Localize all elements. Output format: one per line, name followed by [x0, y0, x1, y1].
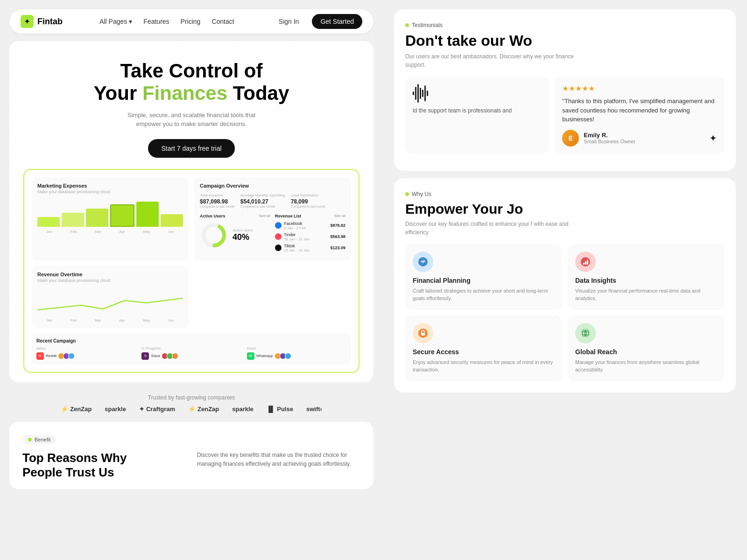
- testimonial-text: "Thanks to this platform, I've simplifie…: [562, 97, 717, 124]
- get-started-button[interactable]: Get Started: [312, 14, 362, 29]
- campaign-metrics: Total Expense $87,098.98 Compared to las…: [200, 193, 345, 208]
- feature-desc: Craft tailored strategies to achieve you…: [413, 287, 555, 302]
- nav-contact[interactable]: Contact: [211, 18, 234, 25]
- why-us-heading: Empower Your Jo: [405, 201, 725, 217]
- testimonial-truncated-text: ld the support team is professionals and: [413, 106, 542, 115]
- feature-desc: Visualize your financial performance rea…: [575, 287, 717, 302]
- testimonial-card-left: ld the support team is professionals and: [405, 77, 549, 154]
- logo-craftgram: ✦Craftgram: [139, 406, 175, 413]
- tiktok-icon: [275, 245, 282, 251]
- avg-monthly-metric: Average Monthly Spending $54,010.27 Comp…: [240, 193, 285, 208]
- financial-planning-icon: [413, 252, 433, 272]
- testimonials-row: ld the support team is professionals and…: [405, 77, 725, 160]
- bar-feb: [62, 213, 84, 227]
- feature-desc: Manage your finances from anywhere seaml…: [575, 358, 717, 374]
- hero-title: Take Control of Your Finances Today: [94, 60, 289, 105]
- logo-zenzap-1: ⚡ZenZap: [61, 406, 92, 413]
- sign-in-button[interactable]: Sign In: [271, 14, 307, 29]
- logo-sparkle-2: sparkle: [232, 406, 254, 413]
- slack-icon: S: [141, 352, 149, 360]
- recent-campaign-section: Recent Campaign Inbox R Reddit: [32, 334, 351, 364]
- badge-dot: [405, 23, 409, 27]
- testimonial-footer: E Emily R. Small Business Owner ✦: [562, 130, 717, 147]
- why-us-badge: Why Us: [405, 191, 431, 197]
- feature-secure-access: Secure Access Enjoy advanced security me…: [405, 315, 562, 381]
- nav-links: All Pages ▾ Features Pricing Contact: [99, 18, 234, 25]
- campaign-columns: Inbox R Reddit In Progress: [36, 346, 346, 360]
- feature-global-reach: Global Reach Manage your finances from a…: [568, 315, 725, 381]
- line-chart-labels: Jan Feb Mar Apr May Jun: [37, 318, 183, 322]
- bar-jun: [161, 214, 183, 227]
- marketing-title: Marketing Expenses: [37, 183, 183, 189]
- benefit-content: Top Reasons WhyPeople Trust Us Discover …: [22, 451, 360, 480]
- benefit-section: Benefit Top Reasons WhyPeople Trust Us D…: [9, 422, 374, 489]
- feature-financial-planning: Financial Planning Craft tailored strate…: [405, 244, 562, 310]
- data-insights-icon: [575, 252, 596, 272]
- lead-gen-metric: Lead Generation 78,099 Compared to last …: [291, 193, 326, 208]
- benefit-description: Discover the key benefits that make us t…: [197, 451, 360, 469]
- hero-section: Take Control of Your Finances Today Simp…: [9, 41, 374, 382]
- hero-title-green: Finances: [142, 82, 227, 104]
- inbox-avatars: [59, 353, 75, 359]
- donut-chart-container: Active users 40%: [200, 221, 270, 249]
- testimonials-subtext: Our users are our best ambassadors. Disc…: [405, 52, 583, 69]
- chevron-down-icon: ▾: [129, 18, 132, 25]
- testimonials-section: Testimonials Don't take our Wo Our users…: [394, 9, 736, 171]
- list-item: Facebook 8 Jan - 2 Feb $878.82: [275, 221, 345, 230]
- nav-pricing[interactable]: Pricing: [181, 18, 201, 25]
- why-us-subtext: Discover our key features crafted to enh…: [405, 220, 583, 237]
- facebook-icon: [275, 222, 282, 229]
- bar-jan: [37, 217, 60, 227]
- done-avatars: [276, 353, 291, 359]
- tinder-icon: [275, 233, 282, 240]
- testimonial-author: E Emily R. Small Business Owner: [562, 130, 635, 147]
- logo-zenzap-2: ⚡ZenZap: [188, 406, 219, 413]
- donut-chart: [200, 221, 228, 249]
- svg-rect-5: [585, 261, 586, 265]
- line-chart: [37, 291, 183, 315]
- nav-all-pages[interactable]: All Pages ▾: [99, 18, 132, 25]
- nav-features[interactable]: Features: [143, 18, 169, 25]
- navbar: ✦ Fintab All Pages ▾ Features Pricing Co…: [9, 9, 374, 34]
- testimonials-badge: Testimonials: [405, 22, 443, 28]
- revenue-list-widget: Revenue List See all Facebook 8 Jan - 2 …: [275, 214, 345, 255]
- reddit-icon: R: [36, 352, 44, 360]
- bar-chart: [37, 199, 183, 227]
- company-logos: ⚡ZenZap sparkle ✦Craftgram ⚡ZenZap spark…: [9, 406, 374, 413]
- feature-desc: Enjoy advanced security measures for pea…: [413, 358, 555, 374]
- spark-icon: ✦: [709, 133, 717, 144]
- hero-subtitle: Simple, secure, and scalable financial t…: [117, 111, 266, 129]
- total-expense-metric: Total Expense $87,098.98 Compared to las…: [200, 193, 235, 208]
- hero-title-black: Your: [94, 82, 142, 104]
- svg-rect-8: [421, 333, 425, 336]
- dashboard-preview: Marketing Expenses Make your database pr…: [23, 169, 359, 373]
- marketing-sub: Make your database provisioning cloud: [37, 189, 183, 194]
- logo-pulse: ▐▌Pulse: [267, 406, 293, 413]
- logo-sparkle-1: sparkle: [105, 406, 126, 413]
- revenue-overtime-section: Revenue Overtime Make your database prov…: [32, 266, 189, 328]
- logo[interactable]: ✦ Fintab: [21, 15, 63, 28]
- waveform-container: [413, 84, 542, 103]
- author-name: Emily R.: [584, 132, 635, 139]
- revenue-list: Facebook 8 Jan - 2 Feb $878.82: [275, 221, 345, 252]
- campaign-title: Campaign Overview: [200, 183, 345, 189]
- author-role: Small Business Owner: [584, 139, 635, 144]
- trusted-label: Trusted by fast-growing companies: [9, 394, 374, 401]
- logo-icon: ✦: [21, 15, 34, 28]
- active-users-widget: Active Users See all Active users 40%: [200, 214, 270, 255]
- feature-title: Global Reach: [575, 348, 717, 356]
- trusted-section: Trusted by fast-growing companies ⚡ZenZa…: [9, 390, 374, 414]
- svg-rect-4: [583, 263, 585, 265]
- left-panel: ✦ Fintab All Pages ▾ Features Pricing Co…: [0, 0, 383, 560]
- benefit-title-area: Top Reasons WhyPeople Trust Us: [22, 451, 186, 480]
- hero-cta-button[interactable]: Start 7 days free trial: [148, 139, 234, 158]
- list-item: Tinder 28 Jan - 31 Jan $563.98: [275, 232, 345, 241]
- why-us-section: Why Us Empower Your Jo Discover our key …: [394, 178, 736, 392]
- logo-text: Fintab: [37, 17, 63, 27]
- bar-mar: [86, 209, 108, 227]
- author-info: Emily R. Small Business Owner: [584, 132, 635, 144]
- bar-labels: Jan Feb Mar Apr May Jun: [37, 230, 183, 234]
- benefit-badge-dot: [28, 438, 32, 441]
- list-item: Tiktok 15 Jan - 24 Jan $123.09: [275, 244, 345, 252]
- feature-title: Financial Planning: [413, 277, 555, 284]
